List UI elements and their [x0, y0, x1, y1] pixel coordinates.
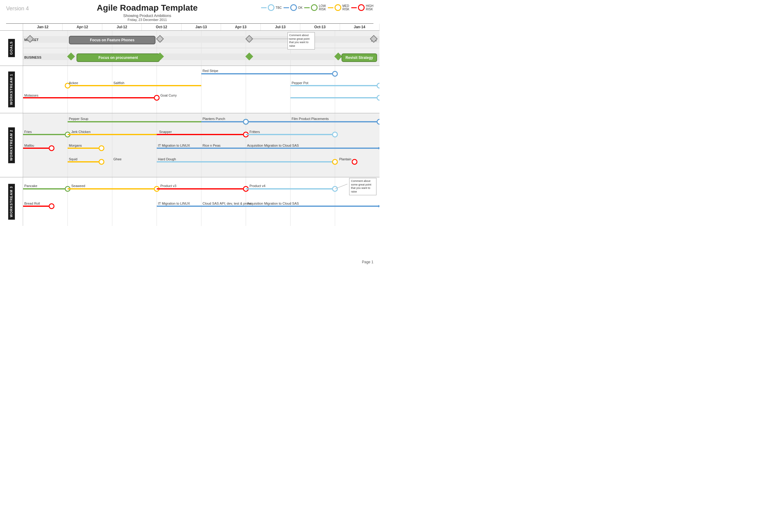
ws2-rice-peas-label: Rice n Peas: [203, 143, 220, 147]
business-diamond-10: 10%: [336, 54, 341, 60]
legend-med: MEDRISK: [328, 4, 349, 11]
svg-point-25: [154, 95, 159, 100]
ws3-acquisition-cloud-label: Acquisition Migration to Cloud SAS: [247, 202, 299, 205]
svg-point-57: [352, 159, 357, 164]
col-jul13: Jul-13: [261, 24, 300, 30]
date-label: Friday, 23 December 2011: [33, 18, 261, 21]
ws2-fritters-label: Fritters: [250, 130, 260, 134]
timeline-label-spacer: [0, 24, 23, 30]
svg-point-36: [244, 119, 248, 124]
legend-med-label: MEDRISK: [342, 4, 349, 11]
ws1-label-wrap: WORKSTREAM 1: [0, 66, 23, 113]
ws3-pancake-label: Pancake: [24, 184, 37, 188]
svg-point-68: [154, 186, 159, 191]
ws2-it-migration-label: IT Migration to LINUX: [158, 143, 190, 147]
legend-ok-line: [284, 7, 289, 8]
legend-tbc: TBC: [261, 4, 282, 11]
legend-med-line: [328, 7, 333, 8]
svg-point-48: [49, 146, 54, 151]
svg-point-54: [99, 159, 104, 164]
ws2-morgans-label: Morgans: [69, 143, 82, 147]
ws2-ghee-label: Ghee: [113, 157, 122, 161]
legend-tbc-label: TBC: [276, 6, 282, 9]
version-label: Version 4: [6, 6, 33, 12]
ws1-section: WORKSTREAM 1: [0, 65, 380, 113]
ws2-hard-dough-label: Hard Dough: [158, 157, 176, 161]
ws3-bread-roll-label: Bread Roll: [24, 202, 40, 205]
svg-point-38: [244, 119, 248, 124]
legend-high: HIGHRISK: [351, 4, 374, 11]
ws3-cloud-sas-api-label: Cloud SAS API; dev, test & prove: [203, 202, 252, 205]
goals-label-wrap: GOALS: [0, 31, 23, 65]
svg-point-19: [333, 71, 337, 76]
svg-point-56: [333, 159, 337, 164]
col-jan14: Jan-14: [340, 24, 380, 30]
ws3-comment-box: Comment about some great point that you …: [349, 178, 377, 195]
legend-ok: OK: [284, 4, 302, 11]
ws2-planters-punch-label: Planters Punch: [203, 117, 225, 121]
svg-point-50: [99, 146, 104, 151]
ws1-content: Red Stripe Ackee Saltfish Pepper Pot Mol…: [23, 66, 380, 113]
market-comment-box: Comment about some great point that you …: [288, 32, 315, 50]
content-area: GOALS: [0, 30, 380, 226]
ws2-fries-label: Fries: [24, 130, 32, 134]
ws3-section: WORKSTREAM 3: [0, 177, 380, 226]
page-number: Page 1: [362, 260, 374, 264]
svg-point-44: [244, 132, 248, 137]
page: Version 4 Agile Roadmap Template Showing…: [0, 0, 380, 266]
col-jan13: Jan-13: [181, 24, 221, 30]
svg-point-41: [65, 132, 70, 137]
title-block: Agile Roadmap Template Showing Product A…: [33, 3, 261, 21]
svg-point-74: [49, 204, 54, 209]
ws2-acquisition-label: Acquisition Migration to Cloud SAS: [247, 143, 299, 147]
col-oct12: Oct-12: [142, 24, 181, 30]
legend-high-line: [351, 7, 357, 8]
legend-low-line: [304, 7, 310, 8]
business-diamond-2: 2%: [68, 54, 74, 60]
svg-point-27: [377, 95, 380, 100]
market-diamond-1: 1%: [27, 36, 33, 42]
legend-high-circle: [358, 4, 365, 11]
ws2-pepper-soup-label: Pepper Soup: [69, 117, 88, 121]
business-diamond-8: 8%: [247, 54, 252, 60]
svg-point-46: [333, 132, 337, 137]
svg-line-77: [335, 184, 347, 189]
revisit-strategy-pill: Revisit Strategy: [341, 54, 377, 62]
focus-feature-phones-pill: Focus on Feature Phones: [69, 36, 156, 44]
svg-point-70: [244, 186, 248, 191]
legend-tbc-line: [261, 7, 266, 8]
market-diamond-2: 2%: [157, 36, 163, 42]
ws1-saltfish-label: Saltfish: [113, 81, 125, 85]
legend-tbc-circle: [268, 4, 274, 11]
ws3-label: WORKSTREAM 3: [8, 184, 15, 220]
legend: TBC OK LOWRISK MEDRISK HIGHRISK: [261, 4, 374, 11]
ws2-section: WORKSTREAM 2: [0, 113, 380, 177]
ws2-label-wrap: WORKSTREAM 2: [0, 113, 23, 177]
focus-procurement-pill: Focus on procurement: [76, 54, 160, 62]
timeline-columns: Jan-12 Apr-12 Jul-12 Oct-12 Jan-13 Apr-1…: [23, 24, 380, 30]
ws1-goat-curry-label: Goat Curry: [160, 94, 177, 97]
ws2-squid-label: Squid: [69, 157, 77, 161]
svg-point-66: [65, 186, 70, 191]
main-title: Agile Roadmap Template: [33, 3, 261, 13]
col-oct13: Oct-13: [300, 24, 340, 30]
goals-label: GOALS: [8, 39, 15, 57]
legend-low-circle: [311, 4, 318, 11]
business-row-label: BUSINESS: [24, 56, 41, 59]
market-diamond-10: 10%: [371, 36, 377, 42]
ws3-it-migration-label: IT Migration to LINUX: [158, 202, 190, 205]
ws2-snapper-label: Snapper: [159, 130, 172, 134]
ws2-malibu-label: Malibu: [24, 143, 34, 147]
ws1-molasses-label: Molasses: [24, 94, 38, 97]
ws1-svg: [23, 66, 380, 113]
ws2-content: Pepper Soup Planters Punch Film Product …: [23, 113, 380, 177]
market-diamond-3: 3%: [247, 36, 252, 42]
ws2-label: WORKSTREAM 2: [8, 127, 15, 163]
header: Version 4 Agile Roadmap Template Showing…: [0, 0, 380, 21]
timeline-header: Jan-12 Apr-12 Jul-12 Oct-12 Jan-13 Apr-1…: [0, 24, 380, 30]
ws3-seaweed-label: Seaweed: [71, 184, 85, 188]
ws3-product-v3-label: Product v3: [160, 184, 177, 188]
ws3-label-wrap: WORKSTREAM 3: [0, 177, 23, 226]
ws1-label: WORKSTREAM 1: [8, 71, 15, 107]
ws3-content: Comment about some great point that you …: [23, 177, 380, 226]
